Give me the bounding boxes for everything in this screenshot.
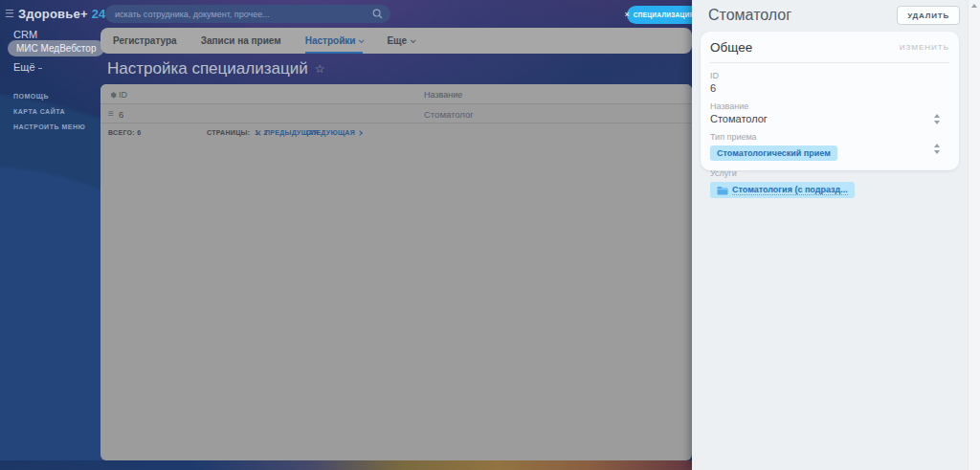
section-title: Общее <box>710 40 752 55</box>
close-icon[interactable]: × <box>624 11 629 19</box>
appointment-type-stepper[interactable] <box>934 114 940 124</box>
background-gradient-strip <box>0 460 692 470</box>
chip-label: СПЕЦИАЛИЗАЦИЯ <box>634 11 692 18</box>
sidebar-item-mis-medvebstor[interactable]: МИС МедВебстор <box>8 40 104 56</box>
specialization-chip[interactable]: × СПЕЦИАЛИЗАЦИЯ <box>627 6 692 24</box>
search-input[interactable] <box>105 10 372 19</box>
scroll-up-arrow-icon[interactable] <box>971 4 977 8</box>
active-tab-underline <box>305 52 364 54</box>
arrow-up-icon[interactable] <box>934 114 940 118</box>
delete-button[interactable]: УДАЛИТЬ <box>897 6 960 25</box>
row-drag-handle-icon[interactable]: ≡ <box>108 108 114 119</box>
specializations-grid: ID Название ≡ 6 Стоматолог ВСЕГО: 6 СТРА… <box>100 84 692 460</box>
app-logo-suffix: 24 <box>92 7 105 21</box>
folder-icon <box>717 186 728 195</box>
chevron-down-icon <box>411 37 416 43</box>
scrollbar-track[interactable] <box>968 0 980 470</box>
services-tag[interactable]: Стоматология (с подразд... <box>710 182 855 198</box>
cell-id: 6 <box>119 109 123 120</box>
favorite-star-icon[interactable]: ☆ <box>315 62 325 76</box>
chevron-right-icon <box>357 130 363 136</box>
app-logo-text: Здоровье+ <box>18 7 88 21</box>
tag-label: Стоматология (с подразд... <box>732 185 848 195</box>
section-divider <box>710 62 949 63</box>
general-section-card: Общее ИЗМЕНИТЬ ID 6 Название Стоматолог … <box>701 32 959 170</box>
app-logo[interactable]: ☰ Здоровье+ 24 ⇄ <box>5 7 117 21</box>
grid-header-row: ID Название <box>100 84 692 104</box>
sidebar-item-more[interactable]: Ещё <box>13 61 42 73</box>
sidebar-item-label: Ещё <box>13 61 35 73</box>
tab-nastroyki[interactable]: Настройки <box>305 28 364 54</box>
column-header-name[interactable]: Название <box>424 90 462 100</box>
workspace-dimmed-area: ☰ Здоровье+ 24 ⇄ CRM МИС МедВебстор Ещё … <box>0 0 692 470</box>
pagination-next-button[interactable]: СЛЕДУЮЩАЯ <box>306 129 362 136</box>
chevron-left-icon <box>257 130 263 136</box>
tab-more[interactable]: Еще <box>387 28 414 54</box>
pages-label: СТРАНИЦЫ: <box>207 129 250 136</box>
field-label-name: Название <box>710 101 949 111</box>
sidebar-link-help[interactable]: ПОМОЩЬ <box>13 93 49 100</box>
page-title-text: Настройка специализаций <box>107 59 308 78</box>
appointment-type-tag[interactable]: Стоматологический прием <box>710 145 837 161</box>
tab-label: Регистратура <box>113 35 177 46</box>
arrow-down-icon[interactable] <box>934 121 940 124</box>
column-header-id[interactable]: ID <box>119 90 127 100</box>
total-count: ВСЕГО: 6 <box>108 129 141 136</box>
global-search[interactable] <box>105 5 390 23</box>
sidebar-item-crm[interactable]: CRM <box>13 29 37 40</box>
chevron-down-icon <box>359 37 365 43</box>
field-value-id: 6 <box>710 82 949 94</box>
detail-title: Стоматолог <box>708 7 791 24</box>
sidebar-link-configure-menu[interactable]: НАСТРОИТЬ МЕНЮ <box>13 123 85 130</box>
arrow-up-icon[interactable] <box>934 144 940 147</box>
cell-name[interactable]: Стоматолог <box>424 109 474 120</box>
tab-registratura[interactable]: Регистратура <box>113 28 177 54</box>
grid-footer: ВСЕГО: 6 СТРАНИЦЫ: 1 2 ПРЕДЫДУЩАЯ СЛЕДУЮ… <box>100 123 692 143</box>
tab-zapisi-na-priem[interactable]: Записи на прием <box>201 28 281 54</box>
next-label: СЛЕДУЮЩАЯ <box>306 129 355 136</box>
section-menu: Регистратура Записи на прием Настройки Е… <box>100 28 692 54</box>
field-label-services: Услуги <box>710 168 949 178</box>
edit-link[interactable]: ИЗМЕНИТЬ <box>900 43 949 52</box>
arrow-down-icon[interactable] <box>934 150 940 154</box>
more-dash-icon <box>38 68 42 69</box>
services-stepper[interactable] <box>934 144 940 154</box>
page-title: Настройка специализаций ☆ <box>107 59 324 78</box>
field-value-name: Стоматолог <box>710 113 949 124</box>
tab-label: Еще <box>387 35 407 46</box>
field-label-appointment-type: Тип приема <box>710 132 949 142</box>
tab-label: Настройки <box>305 35 356 46</box>
detail-slider-panel: Стоматолог УДАЛИТЬ Общее ИЗМЕНИТЬ ID 6 Н… <box>692 0 980 470</box>
field-label-id: ID <box>710 71 949 80</box>
sidebar-item-label: МИС МедВебстор <box>16 43 96 54</box>
tag-label: Стоматологический прием <box>717 148 831 158</box>
table-row[interactable]: ≡ 6 Стоматолог <box>100 104 692 123</box>
sidebar-link-sitemap[interactable]: КАРТА САЙТА <box>13 108 65 115</box>
hamburger-menu-icon[interactable]: ☰ <box>5 8 14 20</box>
search-icon <box>372 9 383 19</box>
grid-settings-gear-icon[interactable] <box>108 90 117 99</box>
tab-label: Записи на прием <box>201 35 281 46</box>
